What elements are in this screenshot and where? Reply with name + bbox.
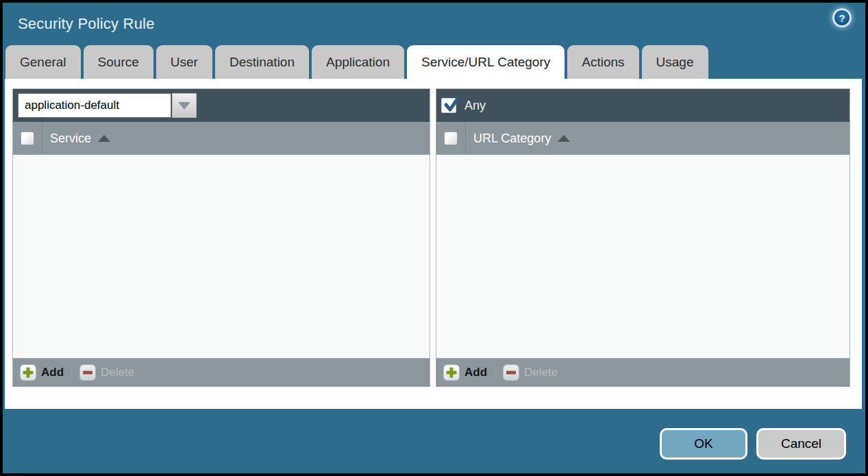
service-type-dropdown[interactable]: application-default — [18, 93, 197, 118]
tab-source[interactable]: Source — [84, 45, 153, 79]
tab-application[interactable]: Application — [312, 45, 404, 79]
title-bar: Security Policy Rule ? — [3, 3, 865, 45]
service-toolbar: application-default — [13, 89, 430, 122]
service-delete-button[interactable]: Delete — [79, 364, 134, 381]
tab-service-url-category[interactable]: Service/URL Category — [407, 45, 565, 79]
url-category-toolbar: Any — [436, 89, 850, 122]
tab-destination[interactable]: Destination — [215, 45, 309, 79]
chevron-down-icon — [178, 102, 190, 110]
add-plus-icon — [20, 364, 36, 381]
tab-usage[interactable]: Usage — [642, 45, 708, 79]
url-category-add-button[interactable]: Add — [443, 364, 487, 381]
delete-minus-icon — [79, 364, 96, 381]
delete-minus-icon — [503, 364, 519, 381]
service-table-body[interactable] — [13, 155, 430, 358]
any-checkbox[interactable] — [441, 98, 456, 113]
service-delete-label: Delete — [101, 366, 134, 379]
tab-bar: General Source User Destination Applicat… — [3, 45, 865, 79]
footer-divider — [495, 366, 495, 379]
footer-divider — [71, 366, 72, 379]
url-category-select-all-checkbox[interactable] — [444, 131, 458, 145]
tab-content: application-default Service — [5, 79, 862, 409]
service-select-all-checkbox[interactable] — [21, 131, 34, 145]
cancel-button[interactable]: Cancel — [756, 428, 846, 460]
url-category-column-header: URL Category — [473, 131, 551, 146]
ok-button[interactable]: OK — [660, 428, 747, 460]
dialog-button-row: OK Cancel — [660, 428, 846, 460]
service-select-all-cell — [13, 122, 42, 155]
url-category-table-body[interactable] — [436, 155, 850, 358]
service-table-footer: Add Delete — [13, 358, 430, 386]
service-table-header: Service — [13, 122, 430, 155]
url-category-delete-label: Delete — [524, 366, 558, 379]
url-category-delete-button[interactable]: Delete — [503, 364, 558, 381]
service-column-header: Service — [50, 131, 91, 146]
url-category-add-label: Add — [464, 366, 487, 379]
sort-ascending-icon[interactable] — [558, 135, 570, 142]
security-policy-rule-dialog: Security Policy Rule ? General Source Us… — [3, 3, 865, 473]
tab-general[interactable]: General — [5, 45, 81, 79]
sort-ascending-icon[interactable] — [98, 135, 110, 142]
url-category-table-header: URL Category — [436, 122, 850, 155]
help-icon[interactable]: ? — [832, 8, 852, 27]
url-category-panel: Any URL Category Add — [436, 88, 850, 387]
checkmark-icon — [443, 96, 460, 114]
service-panel: application-default Service — [12, 88, 430, 387]
service-type-value[interactable]: application-default — [18, 93, 171, 118]
service-type-dropdown-button[interactable] — [172, 93, 197, 118]
dialog-title: Security Policy Rule — [3, 15, 155, 33]
url-category-table-footer: Add Delete — [436, 358, 850, 386]
tab-actions[interactable]: Actions — [567, 45, 638, 79]
url-category-select-all-cell — [436, 122, 466, 155]
tab-user[interactable]: User — [156, 45, 212, 79]
service-add-button[interactable]: Add — [20, 364, 64, 381]
service-add-label: Add — [41, 366, 64, 379]
add-plus-icon — [443, 364, 460, 381]
any-label: Any — [464, 99, 486, 113]
